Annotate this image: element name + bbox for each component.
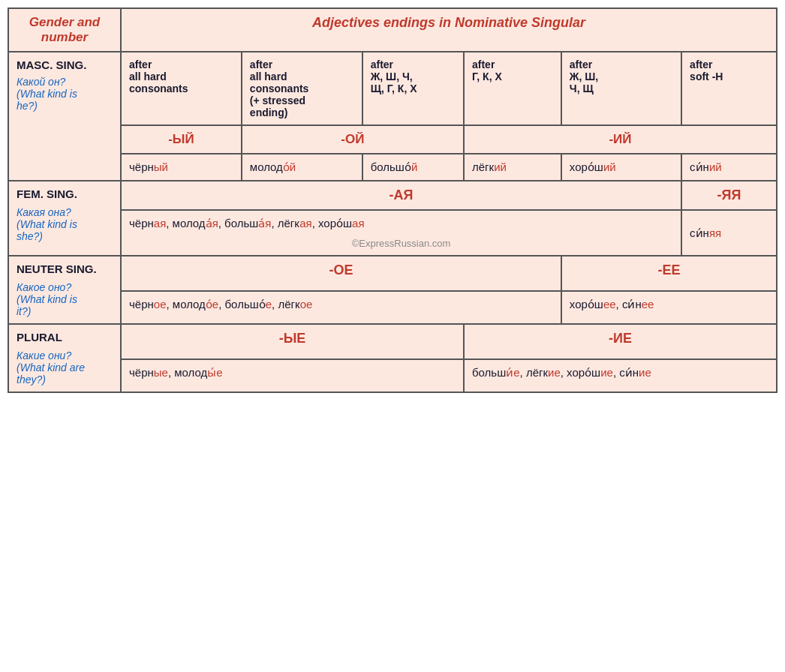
neut-sub: Какое оно? (What kind is it?) — [17, 281, 113, 317]
col-header-5: after Ж, Ш, Ч, Щ — [561, 52, 681, 125]
fem-sub: Какая она? (What kind is she?) — [17, 206, 113, 242]
plural-examples-2: больши́е, лёгкие, хоро́шие, си́ние — [464, 359, 777, 392]
fem-example-text: чёрная, молода́я, больша́я, лёгкая, хоро… — [129, 217, 673, 230]
masc-ending-yy: -ЫЙ — [121, 125, 242, 154]
neut-ending-oe: -ОЕ — [121, 256, 561, 291]
neut-ending-ee: -ЕЕ — [561, 256, 777, 291]
masc-row-label: MASC. SING. Какой он? (What kind is he?) — [8, 52, 121, 181]
main-header: Adjectives endings in Nominative Singula… — [121, 8, 777, 52]
plural-label: PLURAL — [17, 331, 113, 344]
plural-ending-yye: -ЫЕ — [121, 324, 464, 359]
masc-ex-4: лёгкий — [464, 154, 561, 181]
fem-examples-main: чёрная, молода́я, больша́я, лёгкая, хоро… — [121, 210, 681, 256]
neut-examples-1: чёрное, молодо́е, большо́е, лёгкое — [121, 291, 561, 324]
col-header-1: after all hard consonants — [121, 52, 242, 125]
fem-ending-aya-text: -АЯ — [389, 188, 414, 202]
plural-ending-iye-text: -ИЕ — [609, 331, 632, 346]
masc-ex-3: большо́й — [362, 154, 464, 181]
col-header-6: after soft -Н — [681, 52, 777, 125]
plural-sub: Какие они? (What kind are they?) — [17, 350, 113, 386]
col-header-2: after all hard consonants (+ stressed en… — [242, 52, 362, 125]
fem-label: FEM. SING. — [17, 188, 113, 200]
fem-ending-yaya: -ЯЯ — [681, 181, 777, 210]
masc-label: MASC. SING. — [17, 58, 113, 71]
masc-ex-6: си́ний — [681, 154, 777, 181]
header-left-text: Gender and number — [29, 15, 100, 44]
ending-yy-text: -ЫЙ — [168, 132, 194, 146]
masc-sub: Какой он? (What kind is he?) — [17, 76, 113, 112]
neut-ending-ee-text: -ЕЕ — [657, 262, 680, 278]
masc-ending-iy: -ИЙ — [464, 125, 777, 154]
plural-ending-iye: -ИЕ — [464, 324, 777, 359]
neut-label: NEUTER SING. — [17, 262, 113, 275]
neut-row-label: NEUTER SING. Какое оно? (What kind is it… — [8, 256, 121, 324]
title-text: Adjectives endings in Nominative Singula… — [312, 15, 585, 30]
fem-ending-yaya-text: -ЯЯ — [717, 188, 741, 202]
fem-row-label: FEM. SING. Какая она? (What kind is she?… — [8, 181, 121, 256]
ending-iy-text: -ИЙ — [609, 132, 631, 146]
masc-ex-1: чёрный — [121, 154, 242, 181]
fem-ending-aya: -АЯ — [121, 181, 681, 210]
fem-example-sinyaya: си́няя — [681, 210, 777, 256]
neut-ending-oe-text: -ОЕ — [329, 262, 353, 278]
masc-ex-5: хоро́ший — [561, 154, 681, 181]
plural-ending-yye-text: -ЫЕ — [279, 331, 306, 346]
col-header-3: after Ж, Ш, Ч, Щ, Г, К, Х — [362, 52, 464, 125]
masc-ex-2: молодо́й — [242, 154, 362, 181]
col-header-4: after Г, К, Х — [464, 52, 561, 125]
neut-examples-2: хоро́шее, си́нее — [561, 291, 777, 324]
gender-number-header: Gender and number — [8, 8, 121, 52]
ending-oy-text: -ОЙ — [341, 132, 364, 146]
watermark: ©ExpressRussian.com — [129, 238, 673, 249]
masc-ending-oy: -ОЙ — [242, 125, 464, 154]
plural-examples-1: чёрные, молоды́е — [121, 359, 464, 392]
plural-row-label: PLURAL Какие они? (What kind are they?) — [8, 324, 121, 392]
